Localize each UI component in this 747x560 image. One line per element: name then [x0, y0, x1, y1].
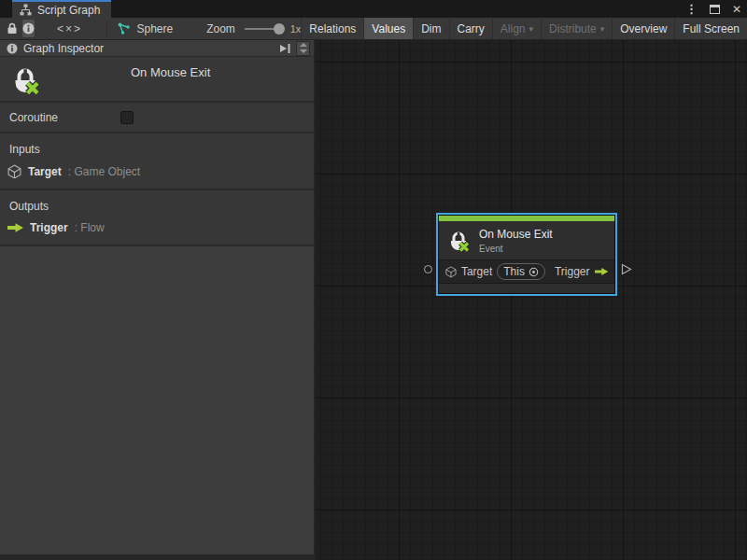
- outputs-section: Outputs Trigger : Flow: [0, 190, 314, 246]
- on-mouse-exit-node[interactable]: On Mouse Exit Event Target This: [438, 215, 615, 294]
- full-screen-button[interactable]: Full Screen: [674, 18, 747, 39]
- dock-panel-icon[interactable]: [279, 43, 291, 54]
- node-footer: [439, 284, 614, 293]
- node-subtitle: Event: [479, 244, 553, 254]
- scroll-updown-button[interactable]: [296, 41, 310, 56]
- info-icon: [7, 43, 18, 54]
- output-name: Trigger: [30, 221, 68, 234]
- lock-icon[interactable]: [7, 22, 18, 35]
- input-name: Target: [28, 165, 62, 178]
- tab-label: Script Graph: [37, 4, 100, 17]
- coroutine-row: Coroutine: [0, 103, 314, 133]
- output-type: : Flow: [75, 221, 105, 234]
- outputs-title: Outputs: [0, 190, 314, 213]
- context-label: Sphere: [136, 22, 173, 35]
- inspector-title: Graph Inspector: [23, 42, 104, 55]
- target-port-label: Target: [461, 265, 492, 278]
- chevron-down-icon: [300, 49, 307, 53]
- input-target-row: Target : Game Object: [0, 156, 314, 189]
- toolbar-buttons: Relations Values Dim Carry Align▾ Distri…: [301, 18, 747, 39]
- chevron-down-icon: ▾: [600, 24, 605, 34]
- input-port[interactable]: [424, 265, 432, 273]
- inputs-section: Inputs Target : Game Object: [0, 133, 314, 190]
- trigger-port-label: Trigger: [555, 265, 590, 278]
- distribute-dropdown[interactable]: Distribute▾: [541, 18, 612, 39]
- target-value-chip[interactable]: This: [497, 263, 545, 280]
- object-picker-icon: [529, 267, 539, 277]
- cube-icon: [445, 265, 457, 278]
- zoom-slider[interactable]: [245, 28, 281, 30]
- graph-context[interactable]: Sphere: [118, 22, 173, 35]
- node-header: On Mouse Exit Event: [439, 221, 614, 259]
- script-graph-icon: [118, 22, 131, 35]
- inspector-toggle-button[interactable]: [22, 20, 35, 37]
- graph-toolbar: <×> Sphere Zoom 1x Relations Values Dim …: [0, 18, 747, 40]
- zoom-label: Zoom: [206, 22, 235, 35]
- script-graph-window: Script Graph ⋮ ✕ <×>: [0, 0, 747, 560]
- zoom-value: 1x: [290, 23, 302, 35]
- cube-icon: [7, 164, 21, 178]
- flow-arrow-icon: [7, 223, 23, 232]
- output-port[interactable]: [621, 263, 632, 275]
- graph-canvas[interactable]: On Mouse Exit Event Target This: [316, 40, 747, 560]
- node-ports-row: Target This Trigger: [439, 259, 614, 284]
- zoom-slider-handle[interactable]: [274, 23, 285, 35]
- align-dropdown[interactable]: Align▾: [492, 18, 541, 39]
- chevron-down-icon: ▾: [529, 24, 534, 34]
- code-icon[interactable]: <×>: [57, 22, 82, 35]
- chevron-up-icon: [300, 43, 307, 47]
- node-title: On Mouse Exit: [479, 228, 553, 241]
- unit-title: On Mouse Exit: [131, 65, 210, 79]
- coroutine-checkbox[interactable]: [120, 111, 134, 124]
- target-value: This: [503, 265, 525, 278]
- inspector-title-bar: Graph Inspector: [0, 40, 314, 57]
- window-controls: ⋮ ✕: [685, 0, 741, 18]
- values-button[interactable]: Values: [363, 18, 413, 39]
- graph-hierarchy-icon: [20, 4, 32, 16]
- mouse-exit-event-icon: [446, 229, 471, 253]
- relations-button[interactable]: Relations: [301, 18, 363, 39]
- info-icon: [22, 22, 35, 35]
- dim-button[interactable]: Dim: [413, 18, 448, 39]
- tab-script-graph[interactable]: Script Graph: [12, 0, 111, 18]
- kebab-menu-icon[interactable]: ⋮: [685, 3, 698, 15]
- tab-bar: Script Graph ⋮ ✕: [0, 0, 747, 18]
- coroutine-label: Coroutine: [9, 111, 58, 124]
- inputs-title: Inputs: [0, 133, 314, 156]
- mouse-exit-event-icon: [9, 64, 41, 96]
- input-type: : Game Object: [68, 165, 140, 178]
- flow-arrow-icon: [595, 267, 608, 276]
- overview-button[interactable]: Overview: [612, 18, 674, 39]
- carry-button[interactable]: Carry: [449, 18, 492, 39]
- close-icon[interactable]: ✕: [732, 4, 741, 15]
- maximize-icon[interactable]: [710, 5, 720, 14]
- output-trigger-row: Trigger : Flow: [0, 213, 314, 245]
- graph-inspector-panel: Graph Inspector: [0, 40, 316, 560]
- inspector-unit-header: On Mouse Exit: [0, 57, 314, 103]
